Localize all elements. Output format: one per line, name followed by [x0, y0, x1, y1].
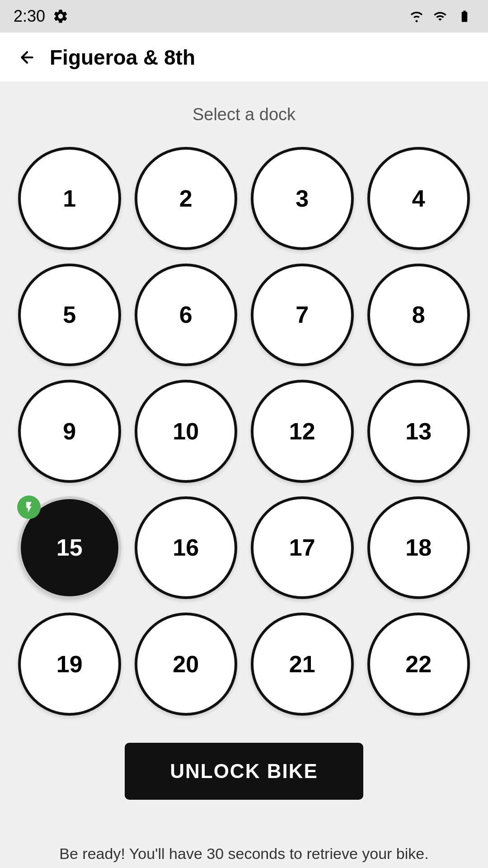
dock-item-16[interactable]: 16 — [135, 496, 238, 599]
dock-label-21: 21 — [289, 651, 315, 678]
wifi-icon — [408, 9, 426, 23]
dock-item-18[interactable]: 18 — [367, 496, 470, 599]
dock-label-10: 10 — [173, 418, 199, 445]
settings-icon — [52, 8, 69, 24]
dock-item-20[interactable]: 20 — [135, 613, 238, 716]
dock-label-20: 20 — [173, 651, 199, 678]
dock-label-16: 16 — [173, 534, 199, 561]
back-button[interactable] — [14, 44, 41, 71]
battery-icon — [455, 9, 474, 23]
footer-section: Be ready! You'll have 30 seconds to retr… — [0, 836, 488, 868]
signal-icon — [432, 9, 448, 23]
dock-label-18: 18 — [405, 534, 432, 561]
dock-label-17: 17 — [289, 534, 315, 561]
dock-item-1[interactable]: 1 — [18, 147, 121, 250]
dock-item-17[interactable]: 17 — [251, 496, 354, 599]
status-icons — [408, 9, 474, 23]
dock-item-19[interactable]: 19 — [18, 613, 121, 716]
lightning-badge — [17, 495, 41, 519]
dock-item-21[interactable]: 21 — [251, 613, 354, 716]
dock-item-9[interactable]: 9 — [18, 380, 121, 483]
dock-item-2[interactable]: 2 — [135, 147, 238, 250]
dock-item-6[interactable]: 6 — [135, 264, 238, 367]
footer-note: Be ready! You'll have 30 seconds to retr… — [41, 845, 446, 868]
main-content: Select a dock 12345678910121315161718192… — [0, 82, 488, 836]
dock-item-22[interactable]: 22 — [367, 613, 470, 716]
dock-item-15[interactable]: 15 — [18, 496, 121, 599]
select-dock-label: Select a dock — [192, 105, 296, 124]
dock-label-13: 13 — [405, 418, 432, 445]
dock-label-7: 7 — [296, 301, 309, 328]
dock-item-4[interactable]: 4 — [367, 147, 470, 250]
dock-item-5[interactable]: 5 — [18, 264, 121, 367]
dock-label-12: 12 — [289, 418, 315, 445]
dock-grid: 1234567891012131516171819202122 — [18, 147, 470, 716]
dock-label-4: 4 — [412, 185, 425, 212]
dock-label-22: 22 — [405, 651, 432, 678]
status-time: 2:30 — [14, 7, 45, 26]
dock-label-19: 19 — [56, 651, 83, 678]
dock-label-9: 9 — [63, 418, 76, 445]
dock-label-2: 2 — [179, 185, 192, 212]
page-title: Figueroa & 8th — [50, 45, 195, 70]
dock-label-5: 5 — [63, 301, 76, 328]
dock-label-3: 3 — [296, 185, 309, 212]
dock-item-8[interactable]: 8 — [367, 264, 470, 367]
header: Figueroa & 8th — [0, 33, 488, 82]
dock-item-13[interactable]: 13 — [367, 380, 470, 483]
dock-label-6: 6 — [179, 301, 192, 328]
unlock-bike-button[interactable]: UNLOCK BIKE — [125, 743, 363, 800]
dock-item-3[interactable]: 3 — [251, 147, 354, 250]
dock-label-1: 1 — [63, 185, 76, 212]
dock-item-10[interactable]: 10 — [135, 380, 238, 483]
dock-label-8: 8 — [412, 301, 425, 328]
dock-item-7[interactable]: 7 — [251, 264, 354, 367]
status-bar: 2:30 — [0, 0, 488, 33]
dock-item-12[interactable]: 12 — [251, 380, 354, 483]
dock-label-15: 15 — [56, 534, 83, 561]
